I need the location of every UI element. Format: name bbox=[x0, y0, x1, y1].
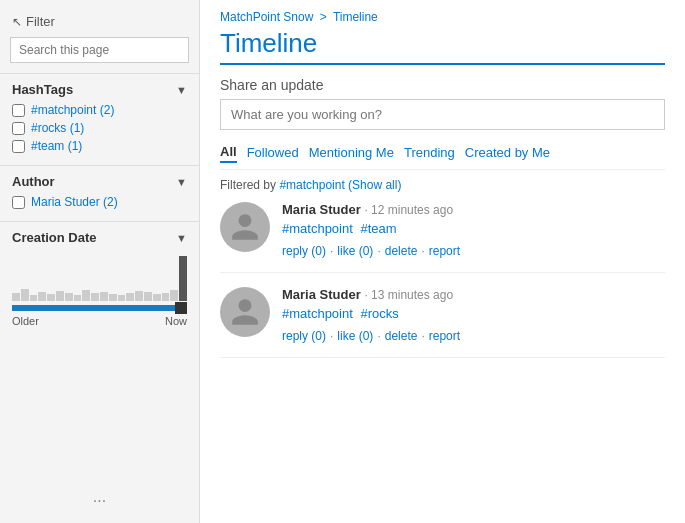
author-maria-label[interactable]: Maria Studer (2) bbox=[31, 195, 118, 209]
hashtags-section: HashTags ▼ #matchpoint (2) #rocks (1) #t… bbox=[0, 73, 199, 165]
search-box bbox=[10, 37, 189, 63]
sidebar: ↖ Filter HashTags ▼ #matchpoint (2) #roc… bbox=[0, 0, 200, 523]
post-time: · 12 minutes ago bbox=[364, 203, 453, 217]
tab-mentioning-me[interactable]: Mentioning Me bbox=[309, 143, 394, 162]
author-list: Maria Studer (2) bbox=[12, 195, 187, 209]
author-item: Maria Studer (2) bbox=[12, 195, 187, 209]
avatar-icon bbox=[229, 296, 261, 328]
bar bbox=[100, 292, 108, 301]
creation-date-label: Creation Date bbox=[12, 230, 97, 245]
post-author: Maria Studer bbox=[282, 287, 361, 302]
dot-separator: · bbox=[377, 329, 380, 343]
post-tag-rocks[interactable]: #rocks bbox=[360, 306, 398, 321]
search-input[interactable] bbox=[10, 37, 189, 63]
bar bbox=[65, 293, 73, 301]
author-section: Author ▼ Maria Studer (2) bbox=[0, 165, 199, 221]
share-input[interactable] bbox=[220, 99, 665, 130]
filter-show-all-link[interactable]: (Show all) bbox=[348, 178, 401, 192]
post-tag-matchpoint[interactable]: #matchpoint bbox=[282, 306, 353, 321]
dot-separator: · bbox=[330, 329, 333, 343]
avatar-icon bbox=[229, 211, 261, 243]
post-item: Maria Studer · 12 minutes ago #matchpoin… bbox=[220, 202, 665, 273]
hashtag-rocks-checkbox[interactable] bbox=[12, 122, 25, 135]
hashtags-list: #matchpoint (2) #rocks (1) #team (1) bbox=[12, 103, 187, 153]
date-range-container: Older Now bbox=[12, 251, 187, 327]
filter-tag-link[interactable]: #matchpoint bbox=[279, 178, 344, 192]
bar bbox=[82, 290, 90, 301]
post-time: · 13 minutes ago bbox=[364, 288, 453, 302]
tab-trending[interactable]: Trending bbox=[404, 143, 455, 162]
filter-label: Filter bbox=[26, 14, 55, 29]
sidebar-collapse-handle[interactable]: ··· bbox=[0, 489, 199, 513]
post-report-link[interactable]: report bbox=[429, 244, 460, 258]
creation-date-header[interactable]: Creation Date ▼ bbox=[12, 230, 187, 245]
bar bbox=[135, 291, 143, 301]
author-maria-checkbox[interactable] bbox=[12, 196, 25, 209]
breadcrumb-page-link[interactable]: Timeline bbox=[333, 10, 378, 24]
bar bbox=[21, 289, 29, 301]
filter-bar: Filtered by #matchpoint (Show all) bbox=[220, 178, 665, 192]
dot-separator: · bbox=[421, 329, 424, 343]
post-tags: #matchpoint #rocks bbox=[282, 306, 665, 321]
post-actions: reply (0) · like (0) · delete · report bbox=[282, 244, 665, 258]
bar bbox=[74, 295, 82, 301]
date-bar-chart bbox=[12, 251, 187, 301]
author-chevron: ▼ bbox=[176, 176, 187, 188]
date-range-labels: Older Now bbox=[12, 315, 187, 327]
bar bbox=[109, 294, 117, 301]
post-content: Maria Studer · 12 minutes ago #matchpoin… bbox=[282, 202, 665, 258]
post-tag-team[interactable]: #team bbox=[360, 221, 396, 236]
date-range-slider[interactable] bbox=[12, 305, 187, 311]
post-like-link[interactable]: like (0) bbox=[337, 244, 373, 258]
date-range-handle[interactable] bbox=[175, 302, 187, 314]
author-section-header[interactable]: Author ▼ bbox=[12, 174, 187, 189]
post-meta: Maria Studer · 13 minutes ago bbox=[282, 287, 665, 302]
post-report-link[interactable]: report bbox=[429, 329, 460, 343]
hashtag-matchpoint-label[interactable]: #matchpoint (2) bbox=[31, 103, 114, 117]
tab-created-by-me[interactable]: Created by Me bbox=[465, 143, 550, 162]
hashtag-team-checkbox[interactable] bbox=[12, 140, 25, 153]
hashtag-item: #matchpoint (2) bbox=[12, 103, 187, 117]
breadcrumb-app-link[interactable]: MatchPoint Snow bbox=[220, 10, 313, 24]
bar bbox=[144, 292, 152, 301]
cursor-icon: ↖ bbox=[12, 15, 22, 29]
breadcrumb-separator: > bbox=[320, 10, 327, 24]
bar bbox=[170, 290, 178, 301]
hashtag-matchpoint-checkbox[interactable] bbox=[12, 104, 25, 117]
page-title: Timeline bbox=[220, 28, 665, 65]
hashtags-section-header[interactable]: HashTags ▼ bbox=[12, 82, 187, 97]
bar-active bbox=[179, 256, 187, 301]
post-reply-link[interactable]: reply (0) bbox=[282, 329, 326, 343]
post-actions: reply (0) · like (0) · delete · report bbox=[282, 329, 665, 343]
creation-date-chevron: ▼ bbox=[176, 232, 187, 244]
dot-separator: · bbox=[421, 244, 424, 258]
post-meta: Maria Studer · 12 minutes ago bbox=[282, 202, 665, 217]
bar bbox=[12, 293, 20, 301]
post-tags: #matchpoint #team bbox=[282, 221, 665, 236]
bar bbox=[118, 295, 126, 301]
post-tag-matchpoint[interactable]: #matchpoint bbox=[282, 221, 353, 236]
breadcrumb: MatchPoint Snow > Timeline bbox=[220, 10, 665, 24]
hashtags-label: HashTags bbox=[12, 82, 73, 97]
dot-separator: · bbox=[377, 244, 380, 258]
hashtag-item: #rocks (1) bbox=[12, 121, 187, 135]
post-like-link[interactable]: like (0) bbox=[337, 329, 373, 343]
hashtag-rocks-label[interactable]: #rocks (1) bbox=[31, 121, 84, 135]
bar bbox=[56, 291, 64, 301]
hashtags-chevron: ▼ bbox=[176, 84, 187, 96]
tabs-bar: All Followed Mentioning Me Trending Crea… bbox=[220, 142, 665, 170]
filter-prefix: Filtered by bbox=[220, 178, 276, 192]
post-delete-link[interactable]: delete bbox=[385, 329, 418, 343]
filter-header: ↖ Filter bbox=[0, 10, 199, 37]
post-content: Maria Studer · 13 minutes ago #matchpoin… bbox=[282, 287, 665, 343]
main-content: MatchPoint Snow > Timeline Timeline Shar… bbox=[200, 0, 685, 523]
post-delete-link[interactable]: delete bbox=[385, 244, 418, 258]
tab-followed[interactable]: Followed bbox=[247, 143, 299, 162]
post-reply-link[interactable]: reply (0) bbox=[282, 244, 326, 258]
share-section: Share an update bbox=[220, 77, 665, 130]
tab-all[interactable]: All bbox=[220, 142, 237, 163]
post-author: Maria Studer bbox=[282, 202, 361, 217]
bar bbox=[47, 294, 55, 301]
avatar bbox=[220, 287, 270, 337]
hashtag-team-label[interactable]: #team (1) bbox=[31, 139, 82, 153]
